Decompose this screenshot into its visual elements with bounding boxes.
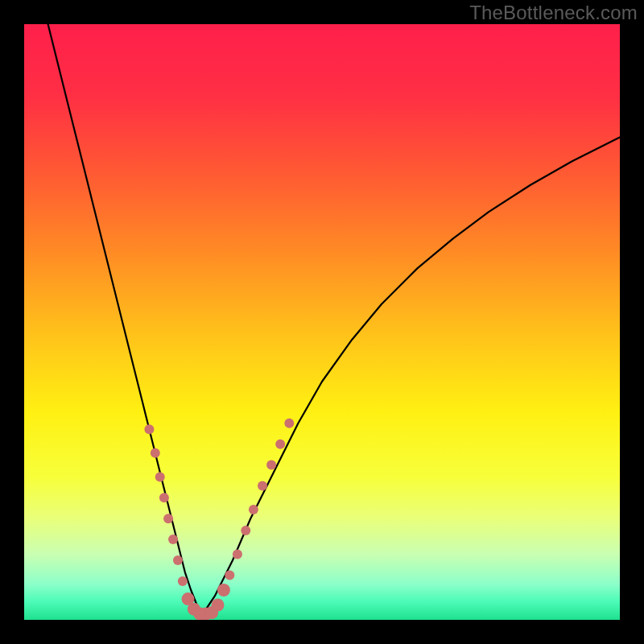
chart-frame: TheBottleneck.com [0, 0, 644, 644]
data-marker [225, 571, 234, 580]
data-marker [212, 599, 225, 612]
chart-svg [24, 24, 620, 620]
data-marker [159, 493, 169, 502]
data-marker [284, 419, 294, 428]
data-marker [144, 424, 154, 434]
watermark-text: TheBottleneck.com [469, 2, 638, 24]
data-marker [168, 535, 178, 544]
data-marker [217, 584, 230, 597]
data-marker [173, 555, 183, 565]
data-marker [241, 526, 250, 535]
data-marker [151, 448, 160, 458]
data-marker [266, 460, 276, 470]
data-marker [155, 472, 165, 481]
gradient-background [24, 24, 620, 620]
data-marker [249, 505, 258, 514]
data-marker [178, 576, 188, 586]
data-marker [275, 440, 285, 449]
plot-area [24, 24, 620, 620]
data-marker [233, 550, 242, 559]
data-marker [163, 514, 173, 523]
data-marker [258, 481, 267, 491]
